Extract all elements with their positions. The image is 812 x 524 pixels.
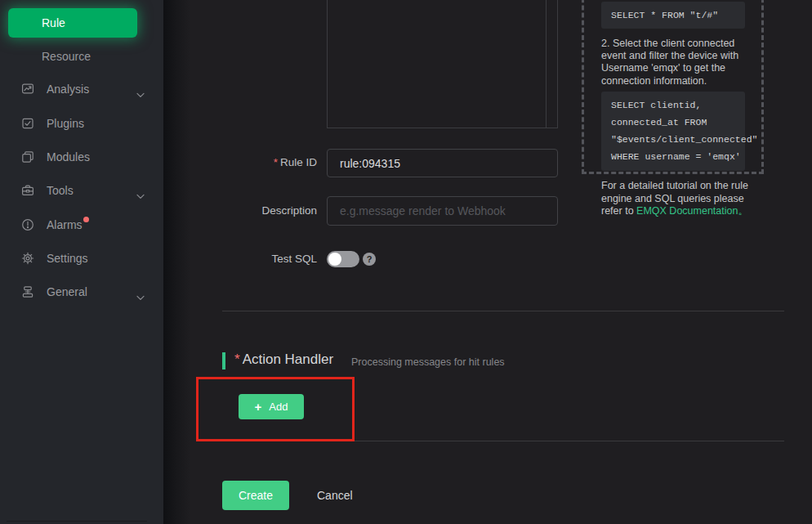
rule-id-label: *Rule ID xyxy=(196,156,317,168)
chevron-down-icon xyxy=(136,188,145,194)
sidebar-item-modules[interactable]: Modules xyxy=(0,147,163,167)
analysis-chart-icon xyxy=(21,83,34,96)
required-asterisk: * xyxy=(274,156,278,168)
sidebar-scrollbar-track xyxy=(7,521,147,522)
plugins-check-icon xyxy=(21,117,34,130)
sidebar-item-rule-active[interactable]: Rule xyxy=(8,8,137,38)
test-sql-toggle[interactable] xyxy=(327,251,359,267)
alarm-badge-dot xyxy=(83,217,89,222)
sidebar-item-resource[interactable]: Resource xyxy=(0,47,163,65)
sidebar: Rule Resource Analysis xyxy=(0,0,163,524)
sidebar-item-label: Analysis xyxy=(47,79,89,99)
action-handler-hint: Processing messages for hit rules xyxy=(351,356,505,368)
chevron-down-icon xyxy=(136,289,145,295)
sql-editor[interactable] xyxy=(327,0,558,128)
tutorial-period: 。 xyxy=(738,205,748,217)
help-sql-snippet-1: SELECT * FROM "t/#" xyxy=(601,2,745,29)
action-handler-title-text: Action Handler xyxy=(243,352,334,367)
sidebar-shadow xyxy=(163,0,191,524)
help-step2-text: 2. Select the client connected event and… xyxy=(601,38,749,87)
create-button[interactable]: Create xyxy=(222,481,289,510)
section-divider-top xyxy=(222,311,784,311)
test-sql-label: Test SQL xyxy=(196,253,317,265)
modules-copy-icon xyxy=(21,150,34,163)
description-input[interactable] xyxy=(327,196,558,226)
sidebar-item-analysis[interactable]: Analysis xyxy=(0,79,163,99)
section-accent-bar xyxy=(222,352,225,369)
toggle-knob xyxy=(328,253,341,266)
rule-id-label-text: Rule ID xyxy=(280,156,317,168)
help-sql-snippet-2-line: SELECT clientid, xyxy=(611,96,745,114)
test-sql-help-icon[interactable]: ? xyxy=(363,253,376,266)
sidebar-item-alarms[interactable]: Alarms xyxy=(0,215,163,235)
sidebar-item-label: General xyxy=(47,282,87,302)
sidebar-item-label: Modules xyxy=(47,147,90,167)
plus-icon: + xyxy=(255,400,262,414)
description-label: Description xyxy=(196,204,317,217)
help-sql-snippet-2-line: "$events/client_connected" xyxy=(611,131,745,148)
stack-icon xyxy=(21,285,34,298)
sidebar-item-general[interactable]: General xyxy=(0,282,163,302)
sidebar-item-plugins[interactable]: Plugins xyxy=(0,114,163,133)
cancel-button[interactable]: Cancel xyxy=(317,489,353,502)
required-asterisk: * xyxy=(234,352,240,367)
help-sql-snippet-2: SELECT clientid, connected_at FROM "$eve… xyxy=(601,92,745,171)
sidebar-item-label: Tools xyxy=(47,181,74,200)
sql-editor-scrollbar[interactable] xyxy=(546,0,547,128)
help-sql-snippet-2-line: connected_at FROM xyxy=(611,114,745,131)
sidebar-item-label: Alarms xyxy=(47,215,89,235)
add-action-button-label: Add xyxy=(269,401,288,413)
action-handler-title: *Action Handler xyxy=(234,352,333,368)
alarm-exclamation-icon xyxy=(21,218,34,231)
alarms-label-text: Alarms xyxy=(47,218,83,231)
sidebar-item-settings[interactable]: Settings xyxy=(0,249,163,268)
chevron-down-icon xyxy=(136,87,145,92)
help-sql-snippet-2-line: WHERE username = 'emqx' xyxy=(611,148,745,165)
rule-id-input[interactable] xyxy=(327,149,558,177)
gear-icon xyxy=(21,252,34,265)
emqx-dashboard-rule-page: SELECT * FROM "t/#" 2. Select the client… xyxy=(0,0,812,524)
sidebar-item-label: Settings xyxy=(47,249,88,268)
sidebar-item-tools[interactable]: Tools xyxy=(0,181,163,200)
emqx-documentation-link[interactable]: EMQX Documentation xyxy=(636,205,738,217)
toolbox-icon xyxy=(21,184,34,197)
sidebar-item-label: Plugins xyxy=(47,114,84,133)
help-tutorial-text: For a detailed tutorial on the rule engi… xyxy=(601,180,761,218)
add-action-button[interactable]: + Add xyxy=(239,394,304,419)
